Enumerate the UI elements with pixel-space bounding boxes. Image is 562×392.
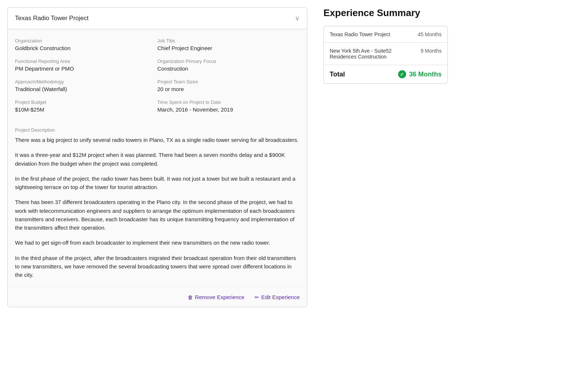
description-section: Project Description There was a big proj… (15, 127, 300, 279)
field-team-sizes: Project Team Sizes 20 or more (157, 79, 300, 99)
job-title-value: Chief Project Engineer (157, 45, 296, 51)
field-functional-reporting: Functional Reporting Area PM Department … (15, 59, 157, 79)
summary-total-row: Total ✓ 36 Months (324, 65, 447, 83)
total-value: ✓ 36 Months (398, 70, 442, 78)
card-footer: Remove Experience Edit Experience (8, 286, 307, 307)
remove-experience-label: Remove Experience (195, 294, 244, 300)
organization-label: Organization (15, 38, 154, 44)
team-sizes-value: 20 or more (157, 86, 296, 92)
total-months: 36 Months (409, 71, 442, 78)
description-text: There was a big project to unify several… (15, 136, 300, 279)
field-time-spent: Time Spent on Project to Date March, 201… (157, 99, 300, 120)
check-circle-icon: ✓ (398, 70, 406, 78)
right-panel: Experience Summary Texas Radio Tower Pro… (315, 0, 562, 392)
budget-label: Project Budget (15, 99, 154, 105)
budget-value: $10M-$25M (15, 106, 154, 113)
methodology-label: Approach/Methodology (15, 79, 154, 84)
field-org-focus: Organization Primary Focus Construction (157, 59, 300, 79)
edit-experience-button[interactable]: Edit Experience (255, 294, 300, 300)
project-card: Texas Radio Tower Project ∨ Organization… (7, 7, 307, 307)
left-panel: Texas Radio Tower Project ∨ Organization… (0, 0, 315, 392)
summary-title: Experience Summary (323, 7, 553, 19)
project-header: Texas Radio Tower Project ∨ (8, 8, 307, 29)
organization-value: Goldbrick Construction (15, 45, 154, 51)
desc-para-6: In the third phase of the project, after… (15, 254, 300, 279)
project-title: Texas Radio Tower Project (15, 15, 89, 22)
functional-reporting-value: PM Department or PMO (15, 65, 154, 72)
edit-experience-label: Edit Experience (261, 294, 300, 300)
field-methodology: Approach/Methodology Traditional (Waterf… (15, 79, 157, 99)
org-focus-label: Organization Primary Focus (157, 59, 296, 64)
desc-para-4: There has been 37 different broadcasters… (15, 198, 300, 232)
desc-para-1: There was a big project to unify several… (15, 136, 300, 144)
summary-project-1: Texas Radio Tower Project (330, 31, 418, 37)
field-budget: Project Budget $10M-$25M (15, 99, 157, 120)
summary-months-2: 9 Months (420, 48, 442, 54)
fields-grid: Organization Goldbrick Construction Job … (15, 38, 300, 120)
project-body: Organization Goldbrick Construction Job … (8, 29, 307, 286)
field-organization: Organization Goldbrick Construction (15, 38, 157, 59)
desc-para-2: It was a three-year and $12M project whe… (15, 151, 300, 168)
description-label: Project Description (15, 127, 300, 133)
time-spent-value: March, 2016 - November, 2019 (157, 106, 296, 113)
summary-months-1: 45 Months (418, 31, 442, 37)
pencil-icon (255, 294, 259, 300)
total-label: Total (330, 71, 345, 78)
desc-para-5: We had to get sign-off from each broadca… (15, 238, 300, 247)
remove-experience-button[interactable]: Remove Experience (188, 294, 244, 300)
desc-para-3: In the first phase of the project, the r… (15, 174, 300, 192)
trash-icon (188, 294, 193, 300)
summary-row-1: Texas Radio Tower Project 45 Months (324, 26, 447, 43)
chevron-down-icon[interactable]: ∨ (295, 14, 300, 22)
summary-card: Texas Radio Tower Project 45 Months New … (323, 26, 448, 84)
summary-project-2: New York 5th Ave - Suite52 Residences Co… (330, 48, 420, 60)
org-focus-value: Construction (157, 65, 296, 72)
summary-row-2: New York 5th Ave - Suite52 Residences Co… (324, 43, 447, 65)
methodology-value: Traditional (Waterfall) (15, 86, 154, 92)
time-spent-label: Time Spent on Project to Date (157, 99, 296, 105)
job-title-label: Job Title (157, 38, 296, 44)
team-sizes-label: Project Team Sizes (157, 79, 296, 84)
functional-reporting-label: Functional Reporting Area (15, 59, 154, 64)
field-job-title: Job Title Chief Project Engineer (157, 38, 300, 59)
